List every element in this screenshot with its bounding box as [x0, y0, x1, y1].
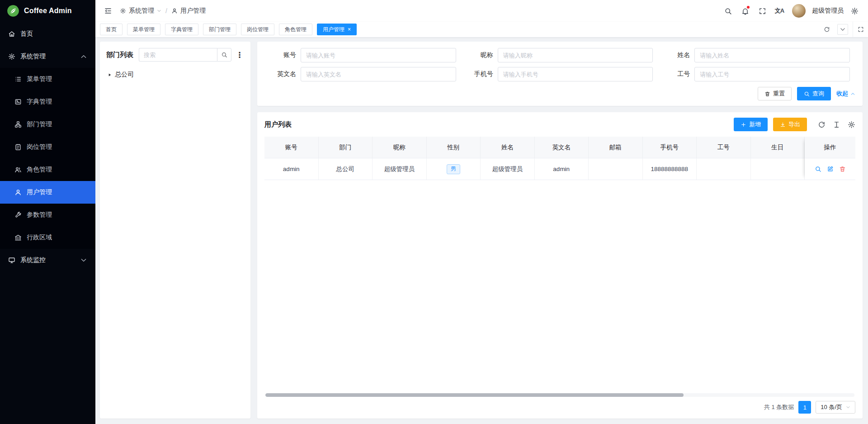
settings-gear-icon[interactable]	[847, 4, 862, 18]
content-fullscreen-icon[interactable]	[853, 22, 868, 37]
col-header-birthday: 生日	[751, 137, 805, 158]
app-title: Coffee Admin	[24, 7, 72, 15]
tab-label: 部门管理	[209, 26, 231, 33]
column-settings-gear-icon[interactable]	[848, 121, 855, 129]
collapse-filter-link[interactable]: 收起	[836, 90, 855, 98]
fullscreen-icon[interactable]	[755, 4, 769, 18]
col-header-gender: 性别	[427, 137, 481, 158]
sidebar-item-dictionary-management[interactable]: 字典管理	[0, 91, 95, 113]
team-icon	[14, 166, 22, 173]
department-panel: 部门列表 ⋮ 总公司	[100, 42, 250, 419]
gear-icon	[8, 53, 15, 60]
table-scroll-area[interactable]: 账号 部门 昵称 性别 姓名 英文名 邮箱 手机号 工号 生日 ad	[264, 137, 805, 180]
tab-role-management[interactable]: 角色管理	[279, 24, 312, 35]
sidebar-item-label: 字典管理	[27, 98, 52, 106]
phone-input[interactable]	[498, 67, 653, 81]
cell-email	[589, 158, 643, 180]
page-button-1[interactable]: 1	[798, 401, 811, 414]
tab-close-icon[interactable]: ×	[348, 27, 351, 32]
filter-field-job-number: 工号	[658, 67, 855, 81]
breadcrumb-system-management[interactable]: 系统管理	[120, 7, 161, 15]
tab-dictionary-management[interactable]: 字典管理	[165, 24, 198, 35]
page-size-select[interactable]: 10 条/页	[816, 401, 855, 414]
row-density-icon[interactable]	[833, 121, 840, 129]
collapse-sidebar-icon[interactable]	[102, 5, 114, 17]
tree-node-head-office[interactable]: 总公司	[106, 68, 244, 81]
sidebar-item-system-management[interactable]: 系统管理	[0, 45, 95, 68]
cell-job-number	[697, 158, 751, 180]
sidebar-item-label: 用户管理	[27, 188, 52, 196]
sidebar-item-label: 系统管理	[20, 52, 46, 61]
search-icon[interactable]	[721, 4, 735, 18]
delete-user-icon[interactable]	[839, 166, 846, 172]
name-input[interactable]	[694, 48, 850, 62]
add-user-button[interactable]: 新增	[734, 118, 768, 131]
user-list-title: 用户列表	[264, 120, 734, 129]
tab-user-management[interactable]: 用户管理 ×	[317, 24, 357, 35]
breadcrumb-label: 系统管理	[129, 7, 154, 15]
department-search-button[interactable]	[217, 48, 231, 62]
refresh-page-icon[interactable]	[821, 24, 833, 35]
department-panel-title: 部门列表	[106, 51, 133, 59]
chevron-down-icon	[846, 405, 850, 410]
sidebar-item-user-management[interactable]: 用户管理	[0, 181, 95, 204]
col-header-nickname: 昵称	[373, 137, 427, 158]
tab-actions-dropdown-icon[interactable]	[837, 24, 848, 35]
view-detail-icon[interactable]	[815, 166, 821, 172]
tab-department-management[interactable]: 部门管理	[203, 24, 236, 35]
tab-label: 角色管理	[285, 26, 307, 33]
tab-position-management[interactable]: 岗位管理	[241, 24, 274, 35]
add-button-label: 新增	[749, 120, 761, 129]
query-button-label: 查询	[812, 90, 824, 98]
horizontal-scrollbar-thumb[interactable]	[265, 393, 684, 397]
right-column: 账号 昵称 姓名 英文名	[257, 42, 863, 419]
app-logo[interactable]: Coffee Admin	[0, 0, 95, 22]
fixed-operation-column: 操作	[805, 137, 855, 180]
tab-menu-management[interactable]: 菜单管理	[127, 24, 160, 35]
sidebar-item-system-monitor[interactable]: 系统监控	[0, 249, 95, 272]
department-more-icon[interactable]: ⋮	[235, 48, 244, 62]
sidebar-item-role-management[interactable]: 角色管理	[0, 158, 95, 181]
sidebar-item-label: 行政区域	[27, 233, 52, 242]
job-number-input[interactable]	[694, 67, 850, 81]
user-avatar[interactable]	[792, 4, 806, 18]
tab-label: 岗位管理	[247, 26, 269, 33]
clear-icon	[764, 91, 770, 97]
notification-bell-icon[interactable]	[738, 4, 752, 18]
user-icon	[171, 8, 178, 14]
page-content: 部门列表 ⋮ 总公司 账号	[95, 37, 868, 424]
reset-button[interactable]: 重置	[758, 87, 792, 100]
cell-english-name: admin	[535, 158, 589, 180]
sidebar-item-position-management[interactable]: 岗位管理	[0, 136, 95, 158]
query-button[interactable]: 查询	[797, 87, 831, 100]
user-table: 账号 部门 昵称 性别 姓名 英文名 邮箱 手机号 工号 生日 ad	[264, 137, 855, 180]
refresh-table-icon[interactable]	[818, 121, 826, 129]
edit-user-icon[interactable]	[827, 166, 834, 172]
col-header-phone: 手机号	[643, 137, 697, 158]
tab-label: 菜单管理	[133, 26, 155, 33]
chevron-up-icon	[80, 53, 87, 60]
department-search-input[interactable]	[139, 48, 217, 62]
department-tree: 总公司	[106, 68, 244, 81]
cell-gender: 男	[427, 158, 481, 180]
nickname-input[interactable]	[498, 48, 653, 62]
sidebar-item-parameter-management[interactable]: 参数管理	[0, 204, 95, 226]
english-name-input[interactable]	[301, 67, 456, 81]
chevron-down-icon	[80, 257, 87, 264]
search-icon	[804, 91, 810, 97]
current-user-name[interactable]: 超级管理员	[812, 7, 844, 15]
sidebar-item-home[interactable]: 首页	[0, 23, 95, 45]
sidebar-item-label: 系统监控	[20, 256, 46, 264]
col-header-account: 账号	[264, 137, 319, 158]
sidebar-item-department-management[interactable]: 部门管理	[0, 113, 95, 136]
translate-icon[interactable]: 文A	[772, 4, 787, 18]
account-input[interactable]	[301, 48, 456, 62]
sidebar-item-administrative-region[interactable]: 行政区域	[0, 226, 95, 249]
filter-field-nickname: 昵称	[462, 48, 659, 62]
sidebar-item-menu-management[interactable]: 菜单管理	[0, 68, 95, 91]
export-button[interactable]: 导出	[773, 118, 807, 131]
reset-button-label: 重置	[773, 90, 785, 98]
tab-home[interactable]: 首页	[100, 24, 123, 35]
sidebar-item-label: 参数管理	[27, 211, 52, 219]
cell-phone: 18888888888	[643, 158, 697, 180]
